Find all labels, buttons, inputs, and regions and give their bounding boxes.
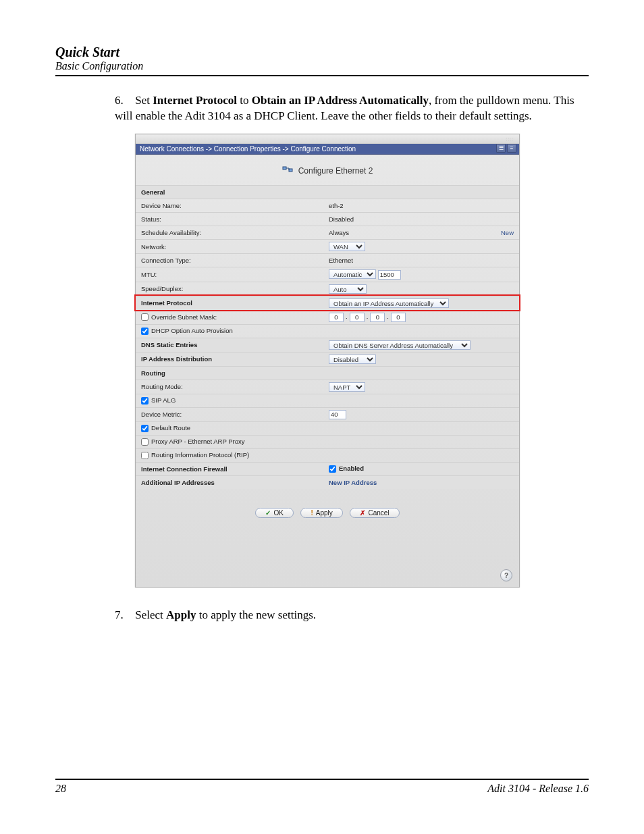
- network-icon: [282, 164, 293, 177]
- checkbox-fw-enabled[interactable]: [329, 465, 336, 473]
- help-button[interactable]: ?: [500, 569, 512, 581]
- label-fw-enabled: Enabled: [339, 465, 364, 472]
- breadcrumb-text: Network Connections -> Connection Proper…: [140, 145, 356, 153]
- section-additional-ip: Additional IP Addresses: [136, 475, 323, 489]
- step-number: 7.: [115, 608, 132, 623]
- label-sip-alg: SIP ALG: [151, 396, 176, 404]
- button-row: ✓OK !Apply ✗Cancel: [136, 489, 519, 545]
- breadcrumb: Network Connections -> Connection Proper…: [136, 144, 519, 155]
- label-status: Status:: [136, 213, 323, 226]
- svg-rect-1: [289, 169, 292, 172]
- checkbox-default-route[interactable]: [141, 425, 149, 432]
- page-footer: 28 Adit 3104 - Release 1.6: [55, 779, 589, 795]
- label-mtu: MTU:: [136, 267, 323, 282]
- screenshot-panel: :::: Network Connections -> Connection P…: [135, 134, 520, 588]
- label-routing-mode: Routing Mode:: [136, 380, 323, 394]
- checkbox-sip-alg[interactable]: [141, 397, 149, 405]
- input-device-metric[interactable]: [329, 410, 346, 419]
- section-routing: Routing: [136, 366, 519, 380]
- product-release: Adit 3104 - Release 1.6: [487, 783, 589, 795]
- panel-topbar: ::::: [136, 134, 519, 144]
- x-icon: ✗: [360, 509, 365, 517]
- checkbox-rip[interactable]: [141, 452, 149, 459]
- page-header: Quick Start Basic Configuration: [55, 45, 589, 76]
- cancel-button[interactable]: ✗Cancel: [350, 508, 399, 518]
- label-default-route: Default Route: [151, 424, 190, 432]
- apply-button[interactable]: !Apply: [300, 508, 342, 518]
- input-mtu[interactable]: [378, 270, 401, 280]
- header-title: Quick Start: [55, 45, 589, 60]
- step-number: 6.: [115, 93, 132, 109]
- label-rip: Routing Information Protocol (RIP): [151, 451, 249, 459]
- panel-title: Configure Ethernet 2: [136, 155, 519, 185]
- user-icon[interactable]: ☰: [496, 144, 506, 153]
- select-mtu[interactable]: Automatic: [329, 269, 376, 279]
- value-schedule: Always: [329, 229, 349, 236]
- label-network: Network:: [136, 240, 323, 254]
- ok-button[interactable]: ✓OK: [255, 508, 293, 518]
- list-icon[interactable]: ≡: [507, 144, 516, 153]
- section-ip-dist: IP Address Distribution: [136, 352, 323, 366]
- config-table: General Device Name:eth-2 Status:Disable…: [136, 185, 519, 489]
- grip-icon: ::::: [506, 136, 514, 141]
- label-conn-type: Connection Type:: [136, 254, 323, 267]
- section-general: General: [136, 186, 519, 199]
- checkbox-override-mask[interactable]: [141, 313, 149, 321]
- check-icon: ✓: [265, 509, 271, 517]
- value-device-name: eth-2: [323, 199, 519, 213]
- checkbox-dhcp-auto[interactable]: [141, 328, 149, 335]
- select-internet-protocol[interactable]: Obtain an IP Address Automatically: [329, 298, 449, 308]
- svg-rect-0: [283, 167, 286, 170]
- step-6: 6. Set Internet Protocol to Obtain an IP…: [115, 93, 587, 124]
- link-new-ip[interactable]: New IP Address: [329, 479, 377, 486]
- label-device-name: Device Name:: [136, 199, 323, 213]
- header-subtitle: Basic Configuration: [55, 60, 589, 72]
- ip-mask-input[interactable]: ...: [329, 313, 406, 322]
- section-dns-static: DNS Static Entries: [136, 338, 323, 352]
- checkbox-proxy-arp[interactable]: [141, 438, 149, 446]
- select-routing-mode[interactable]: NAPT: [329, 382, 365, 392]
- label-dhcp-auto: DHCP Option Auto Provision: [151, 327, 233, 334]
- section-internet-protocol: Internet Protocol: [136, 296, 323, 310]
- label-override-mask: Override Subnet Mask:: [151, 313, 217, 321]
- label-speed: Speed/Duplex:: [136, 282, 323, 296]
- value-conn-type: Ethernet: [323, 254, 519, 267]
- label-device-metric: Device Metric:: [136, 407, 323, 421]
- select-dns[interactable]: Obtain DNS Server Address Automatically: [329, 340, 471, 350]
- value-status: Disabled: [323, 213, 519, 226]
- link-new-schedule[interactable]: New: [501, 229, 514, 236]
- select-speed[interactable]: Auto: [329, 284, 367, 294]
- page-number: 28: [55, 783, 66, 795]
- select-network[interactable]: WAN: [329, 242, 365, 251]
- select-ip-dist[interactable]: Disabled: [329, 355, 376, 364]
- section-firewall: Internet Connection Firewall: [136, 462, 323, 475]
- step-7: 7. Select Apply to apply the new setting…: [115, 608, 587, 623]
- apply-icon: !: [311, 509, 313, 517]
- label-schedule: Schedule Availability:: [136, 226, 323, 240]
- label-proxy-arp: Proxy ARP - Ethernet ARP Proxy: [151, 438, 245, 445]
